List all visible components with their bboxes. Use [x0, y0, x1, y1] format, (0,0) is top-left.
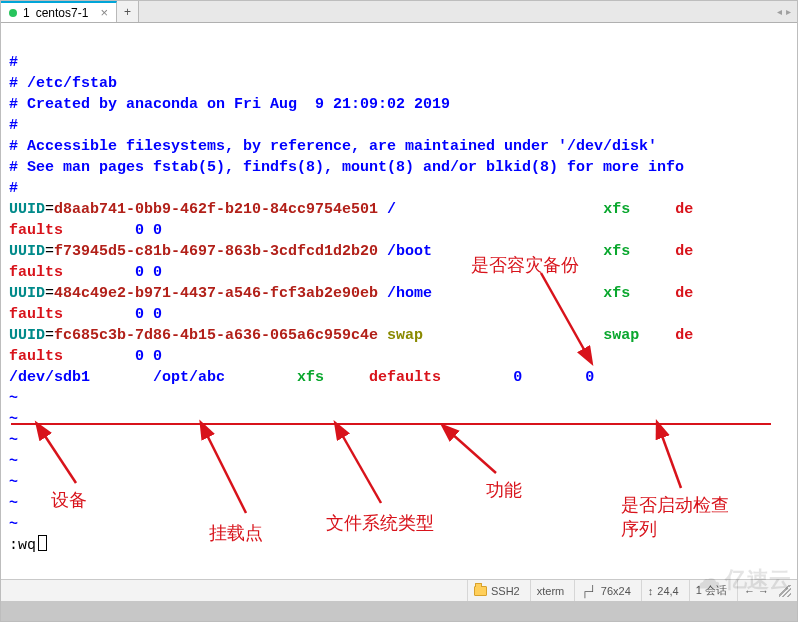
dump: 0: [135, 222, 144, 239]
vim-tilde: ~: [9, 516, 18, 533]
vim-tilde: ~: [9, 432, 18, 449]
fs-type: swap: [603, 327, 639, 344]
status-term-text: xterm: [537, 585, 565, 597]
opts-part2: faults: [9, 348, 63, 365]
fs-type: xfs: [603, 201, 630, 218]
fstab-comment: # /etc/fstab: [9, 75, 117, 92]
fstab-comment: # Created by anaconda on Fri Aug 9 21:09…: [9, 96, 450, 113]
opts-part1: de: [675, 201, 693, 218]
tab-index: 1: [23, 6, 30, 20]
mount-point: /boot: [387, 243, 432, 260]
status-proto-text: SSH2: [491, 585, 520, 597]
mount-point: /opt/abc: [153, 369, 225, 386]
opts-part2: faults: [9, 264, 63, 281]
pass: 0: [153, 306, 162, 323]
pass: 0: [153, 222, 162, 239]
uuid-label: UUID: [9, 243, 45, 260]
pass: 0: [153, 348, 162, 365]
tab-close-icon[interactable]: ×: [100, 6, 108, 19]
status-nav[interactable]: ← →: [737, 580, 775, 601]
pass: 0: [585, 369, 594, 386]
opts-part1: de: [675, 285, 693, 302]
uuid-label: UUID: [9, 201, 45, 218]
tab-nav-arrows[interactable]: ◂ ▸: [771, 1, 797, 22]
status-term: xterm: [530, 580, 571, 601]
terminal-content: # # /etc/fstab # Created by anaconda on …: [1, 23, 797, 556]
mount-opts: defaults: [369, 369, 441, 386]
tab-status-dot: [9, 9, 17, 17]
vim-command[interactable]: :wq: [9, 537, 36, 554]
fs-type: xfs: [603, 285, 630, 302]
vim-tilde: ~: [9, 390, 18, 407]
tab-arrow-left-icon[interactable]: ◂: [777, 6, 782, 17]
fstab-comment: # See man pages fstab(5), findfs(8), mou…: [9, 159, 684, 176]
status-pos-text: 24,4: [657, 585, 678, 597]
dump: 0: [513, 369, 522, 386]
fstab-comment: #: [9, 54, 18, 71]
size-icon: ┌┘: [581, 585, 597, 597]
pass: 0: [153, 264, 162, 281]
mount-point: /home: [387, 285, 432, 302]
vim-tilde: ~: [9, 495, 18, 512]
status-sessions-text: 1 会话: [696, 583, 727, 598]
opts-part2: faults: [9, 222, 63, 239]
resize-grip-icon[interactable]: [779, 585, 791, 597]
terminal-viewport[interactable]: # # /etc/fstab # Created by anaconda on …: [1, 23, 797, 579]
tab-arrow-right-icon[interactable]: ▸: [786, 6, 791, 17]
uuid-value: fc685c3b-7d86-4b15-a636-065a6c959c4e: [54, 327, 378, 344]
vim-tilde: ~: [9, 453, 18, 470]
fstab-comment: # Accessible filesystems, by reference, …: [9, 138, 657, 155]
vim-tilde: ~: [9, 411, 18, 428]
status-sessions: 1 会话: [689, 580, 733, 601]
status-size: ┌┘ 76x24: [574, 580, 637, 601]
tab-title: centos7-1: [36, 6, 89, 20]
tab-bar: 1 centos7-1 × + ◂ ▸: [1, 1, 797, 23]
opts-part1: de: [675, 243, 693, 260]
fstab-comment: #: [9, 117, 18, 134]
uuid-label: UUID: [9, 327, 45, 344]
dump: 0: [135, 306, 144, 323]
dump: 0: [135, 348, 144, 365]
uuid-value: f73945d5-c81b-4697-863b-3cdfcd1d2b20: [54, 243, 378, 260]
new-tab-button[interactable]: +: [117, 1, 139, 22]
uuid-value: 484c49e2-b971-4437-a546-fcf3ab2e90eb: [54, 285, 378, 302]
opts-part2: faults: [9, 306, 63, 323]
status-position: ↕ 24,4: [641, 580, 685, 601]
dump: 0: [135, 264, 144, 281]
cursor: [38, 535, 47, 551]
fs-type: xfs: [297, 369, 324, 386]
mount-point: swap: [387, 327, 423, 344]
status-arrow-icons[interactable]: ← →: [744, 585, 769, 597]
fs-type: xfs: [603, 243, 630, 260]
uuid-value: d8aab741-0bb9-462f-b210-84cc9754e501: [54, 201, 378, 218]
tab-centos7-1[interactable]: 1 centos7-1 ×: [1, 1, 117, 22]
mount-point: /: [387, 201, 396, 218]
fstab-comment: #: [9, 180, 18, 197]
folder-icon: [474, 586, 487, 596]
vim-tilde: ~: [9, 474, 18, 491]
status-protocol: SSH2: [467, 580, 526, 601]
device-path: /dev/sdb1: [9, 369, 90, 386]
uuid-label: UUID: [9, 285, 45, 302]
position-icon: ↕: [648, 585, 654, 597]
status-size-text: 76x24: [601, 585, 631, 597]
status-bar: SSH2 xterm ┌┘ 76x24 ↕ 24,4 1 会话 ← →: [1, 579, 797, 601]
opts-part1: de: [675, 327, 693, 344]
